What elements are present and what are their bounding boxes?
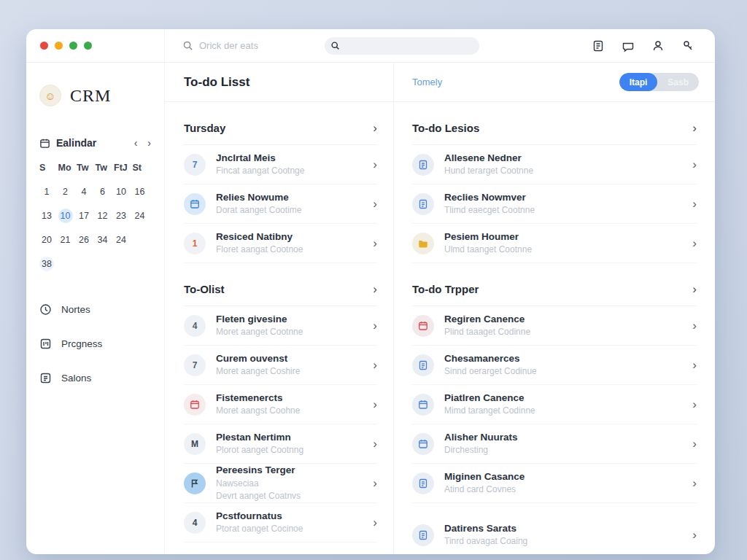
key-icon[interactable] <box>681 39 694 52</box>
list-item[interactable]: 1Resiced NatibnyFloret aangat Cootnoe› <box>184 224 377 263</box>
toggle-active-button[interactable]: Itapi <box>619 73 658 91</box>
list-item[interactable]: FistemenerctsMoret aangst Coohne› <box>184 385 377 424</box>
calendar-day-cell[interactable]: 34 <box>96 233 115 247</box>
toggle-inactive-button[interactable]: Sasb <box>657 73 699 91</box>
item-subtitle: Mimd taranget Codinne <box>444 405 682 416</box>
traffic-light-dot[interactable] <box>55 42 63 50</box>
calendar-day-cell[interactable]: 10 <box>114 184 133 199</box>
list-item[interactable]: Pereesins TergerNawseciaaDevrt aanget Co… <box>184 464 377 503</box>
app-logo[interactable]: ☺ CRM <box>39 85 151 106</box>
chevron-right-icon[interactable]: › <box>692 398 697 411</box>
chevron-right-icon[interactable]: › <box>692 359 697 371</box>
search-input[interactable] <box>325 37 479 55</box>
mini-calendar: SMoTwTwFtJSt1246101613101712232420212634… <box>39 160 151 271</box>
chevron-right-icon[interactable]: › <box>373 198 377 210</box>
badge-icon: 4 <box>184 512 206 534</box>
chevron-right-icon[interactable]: › <box>373 516 377 529</box>
chevron-right-icon[interactable]: › <box>373 398 377 411</box>
calendar-day-header: S <box>39 160 58 175</box>
list-item[interactable]: MPlestan NertimnPlorot aanget Cootnng› <box>184 424 377 464</box>
section-header[interactable]: To-do Lesios› <box>412 102 697 145</box>
chevron-right-icon[interactable]: › <box>373 359 377 371</box>
logo-avatar-icon: ☺ <box>39 85 61 106</box>
calendar-next-button[interactable]: › <box>147 138 151 148</box>
calendar-day-header: Tw <box>77 160 96 175</box>
sidebar-item-salons[interactable]: Salons <box>39 372 151 384</box>
calendar-day-cell[interactable]: 26 <box>77 233 96 247</box>
todo-list-column: To-do Lisst Tursday›7Jnclrtal MeisFincat… <box>165 63 394 554</box>
item-subtitle: Ptorat oanget Cocinoe <box>216 524 363 534</box>
calendar-day-cell[interactable]: 13 <box>39 209 58 223</box>
calendar-prev-button[interactable]: ‹ <box>134 138 138 148</box>
user-icon[interactable] <box>651 39 665 52</box>
calendar-day-header: St <box>133 160 152 175</box>
calendar-day-cell[interactable]: 6 <box>96 184 115 199</box>
calendar-day-cell[interactable]: 12 <box>96 209 115 223</box>
list-item[interactable]: 7Jnclrtal MeisFincat aangat Cootnge› <box>184 145 377 184</box>
item-subtitle: Fincat aangat Cootnge <box>216 166 363 176</box>
app-title: CRM <box>70 86 111 106</box>
calendar-day-cell[interactable]: 17 <box>77 209 96 223</box>
chat-icon[interactable] <box>622 39 635 52</box>
list-item[interactable]: Relies NowumeDorat aanget Cootime› <box>184 184 377 224</box>
calendar-day-cell[interactable]: 24 <box>114 233 133 247</box>
calendar-day-cell[interactable]: 2 <box>58 184 77 199</box>
chevron-right-icon[interactable]: › <box>373 477 377 489</box>
calendar-day-cell[interactable]: 21 <box>58 233 77 247</box>
calendar-day-cell[interactable]: 16 <box>133 184 152 199</box>
chevron-right-icon[interactable]: › <box>692 477 697 489</box>
chevron-right-icon[interactable]: › <box>373 158 377 171</box>
calendar-day-cell[interactable]: 1 <box>39 184 58 199</box>
section-header[interactable]: To-Olist› <box>184 263 377 306</box>
topbar-icon-group <box>592 29 694 62</box>
list-item[interactable]: 7Curem ouvenstMoret aanget Coshire› <box>184 346 377 385</box>
traffic-light-dot[interactable] <box>69 42 77 50</box>
calendar-day-cell[interactable]: 38 <box>39 257 58 271</box>
list-item[interactable]: Allesene NednerHund terarget Cootnne› <box>412 145 697 184</box>
todo-detail-sections: To-do Lesios›Allesene NednerHund terarge… <box>394 102 715 554</box>
chevron-right-icon[interactable]: › <box>692 319 697 332</box>
chevron-right-icon[interactable]: › <box>692 198 697 210</box>
list-item[interactable]: ChesamanercesSinnd oerarget Codinue› <box>412 346 697 385</box>
calendar-icon <box>39 138 50 149</box>
chevron-right-icon[interactable]: › <box>373 319 377 332</box>
calendar-day-cell <box>133 233 152 247</box>
list-item[interactable]: Datirens SaratsTinrd oavagat Coaing› <box>412 516 697 554</box>
chevron-right-icon[interactable]: › <box>692 237 697 249</box>
calendar-day-cell[interactable]: 24 <box>133 209 152 223</box>
sidebar-item-nortes[interactable]: Nortes <box>39 303 151 316</box>
list-item[interactable]: Reclies NowmverTlimd eaecget Cootnne› <box>412 184 697 224</box>
sidebar-item-label: Prcgness <box>61 338 102 349</box>
item-title: Datirens Sarats <box>444 523 682 535</box>
list-item[interactable]: 4PcstfournatusPtorat oanget Cocinoe› <box>184 503 377 542</box>
search-icon <box>182 40 193 51</box>
clipboard-icon[interactable] <box>592 39 605 52</box>
section-header[interactable]: To-do Trpper› <box>412 263 697 306</box>
section-title: To-do Trpper <box>412 283 479 295</box>
list-item[interactable]: Regiren CanencePlind taaaget Codinne› <box>412 306 697 346</box>
list-item[interactable]: 4Fleten givesineMoret aanget Cootnne› <box>184 306 377 346</box>
list-item[interactable]: Pesiem HoumerUlmd taanget Cootnne› <box>412 224 697 263</box>
section-header[interactable]: Tursday› <box>184 102 377 145</box>
chevron-right-icon[interactable]: › <box>373 237 377 249</box>
calendar-day-cell[interactable]: 10 <box>58 209 77 223</box>
traffic-light-dot[interactable] <box>40 42 48 50</box>
list-item[interactable]: Piatlren CanenceMimd taranget Codinne› <box>412 385 697 424</box>
calendar-day-cell[interactable]: 4 <box>77 184 96 199</box>
item-title: Pcstfournatus <box>216 510 363 523</box>
chevron-right-icon[interactable]: › <box>373 438 377 450</box>
chevron-right-icon[interactable]: › <box>692 438 697 450</box>
sidebar-item-label: Salons <box>61 373 91 384</box>
chevron-right-icon[interactable]: › <box>692 158 697 171</box>
sidebar-item-prcgness[interactable]: Prcgness <box>39 338 151 350</box>
calendar-day-cell[interactable]: 20 <box>39 233 58 247</box>
list-item[interactable]: Miginen CasanceAtind card Covnes› <box>412 464 697 503</box>
chevron-right-icon[interactable]: › <box>692 529 697 541</box>
window-controls <box>26 29 165 62</box>
timely-link[interactable]: Tomely <box>412 77 442 88</box>
calendar-day-cell[interactable]: 23 <box>114 209 133 223</box>
list-item[interactable]: Alisher NuuratsDirchesting› <box>412 424 697 464</box>
quick-search[interactable]: Orick der eats <box>182 29 258 62</box>
board-icon <box>39 338 52 350</box>
traffic-light-dot[interactable] <box>84 42 92 50</box>
